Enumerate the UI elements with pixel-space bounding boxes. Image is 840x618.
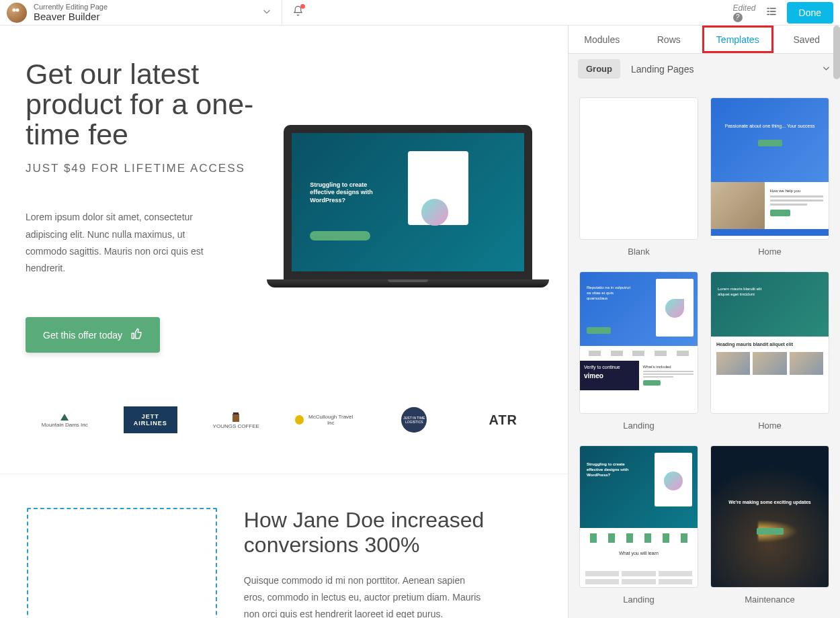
- edited-status: Edited ?: [733, 3, 756, 22]
- beaver-logo-icon: [7, 3, 27, 23]
- chevron-down-icon: [822, 63, 831, 75]
- cta-label: Get this offer today: [43, 330, 122, 341]
- panel-tabs: Modules Rows Templates Saved: [569, 26, 840, 54]
- template-thumb: Reputatio na in volputrot sa vitae et qu…: [579, 271, 698, 414]
- editor-canvas[interactable]: Get our latest product for a one-time fe…: [0, 26, 568, 618]
- thumb-text: Passionate about one thing... Your succe…: [719, 124, 821, 128]
- title-dropdown-chevron-icon[interactable]: [262, 7, 271, 19]
- logo-label: McCullough Travel Inc: [306, 414, 355, 426]
- logos-strip[interactable]: Mountain Dams Inc JETT AIRLINES YOUNGS C…: [0, 380, 568, 474]
- page-title: Beaver Builder: [34, 11, 108, 22]
- logo-label: JETT AIRLINES: [128, 413, 173, 427]
- thumb-text: Struggling to create effective designs w…: [587, 462, 634, 478]
- top-bar-left: Currently Editing Page Beaver Builder: [7, 0, 733, 26]
- group-selector[interactable]: Group Landing Pages: [569, 54, 840, 84]
- thumb-text: How we help you: [770, 189, 824, 193]
- laptop-cta: [310, 231, 370, 240]
- template-thumb: [579, 97, 698, 240]
- hero-laptop-image[interactable]: Struggling to create effective designs w…: [284, 125, 532, 288]
- svg-rect-0: [233, 414, 239, 422]
- template-thumb: Passionate about one thing... Your succe…: [710, 97, 829, 240]
- title-block[interactable]: Currently Editing Page Beaver Builder: [34, 3, 108, 23]
- template-home-1[interactable]: Passionate about one thing... Your succe…: [710, 97, 829, 257]
- thumbs-up-icon: [130, 328, 142, 342]
- case-study-heading[interactable]: How Jane Doe increased conversions 300%: [244, 508, 541, 558]
- thumb-text: Reputatio na in volputrot sa vitae et qu…: [587, 285, 634, 301]
- template-label: Landing: [579, 594, 698, 605]
- logo-label: JUST IN TIME LOGISTICS: [401, 416, 427, 424]
- hero-heading[interactable]: Get our latest product for a one-time fe…: [26, 59, 254, 150]
- top-bar: Currently Editing Page Beaver Builder Ed…: [0, 0, 840, 26]
- thumb-text: Verify to continue: [584, 365, 635, 369]
- tab-saved[interactable]: Saved: [773, 26, 841, 53]
- templates-grid: Blank Passionate about one thing... Your…: [569, 84, 840, 618]
- template-label: Maintenance: [710, 594, 829, 605]
- notifications-bell-icon[interactable]: [292, 5, 304, 19]
- thumb-text: Heading mauris blandit aliquet elit: [711, 337, 829, 352]
- content-panel: Modules Rows Templates Saved Group Landi…: [568, 26, 840, 618]
- case-study-image-dropzone[interactable]: [27, 508, 217, 618]
- divider: [282, 0, 282, 26]
- template-label: Home: [710, 421, 829, 431]
- case-study-section: How Jane Doe increased conversions 300% …: [0, 474, 568, 618]
- thumb-text: vimeo: [584, 372, 635, 380]
- scrollbar[interactable]: [833, 26, 840, 79]
- logo-just-in-time: JUST IN TIME LOGISTICS: [384, 406, 444, 433]
- template-landing-2[interactable]: Struggling to create effective designs w…: [579, 445, 698, 605]
- hero-body[interactable]: Lorem ipsum dolor sit amet, consectetur …: [26, 209, 220, 277]
- tab-modules[interactable]: Modules: [569, 26, 636, 53]
- laptop-text: Struggling to create effective designs w…: [310, 181, 384, 205]
- top-bar-right: Edited ? Done: [733, 2, 834, 24]
- case-study-body[interactable]: Quisque commodo id mi non porttitor. Aen…: [244, 572, 486, 618]
- thumb-text: Lorem mauris blandit elit aliquet eget t…: [718, 287, 771, 298]
- group-value: Landing Pages: [620, 64, 822, 75]
- template-maintenance[interactable]: We're making some exciting updates Maint…: [710, 445, 829, 605]
- template-thumb: Struggling to create effective designs w…: [579, 445, 698, 588]
- template-home-2[interactable]: Lorem mauris blandit elit aliquet eget t…: [710, 271, 829, 431]
- thumb-text: What's included: [643, 365, 694, 369]
- thumb-text: What you will learn: [580, 548, 698, 568]
- hero-section: Get our latest product for a one-time fe…: [0, 26, 568, 380]
- travel-dot-icon: [295, 415, 304, 425]
- done-button[interactable]: Done: [787, 2, 833, 24]
- logo-jett-airlines: JETT AIRLINES: [124, 406, 177, 433]
- template-label: Home: [710, 247, 829, 257]
- template-landing-1[interactable]: Reputatio na in volputrot sa vitae et qu…: [579, 271, 698, 431]
- editing-label: Currently Editing Page: [34, 3, 108, 11]
- logo-atr: ATR: [473, 406, 534, 433]
- template-thumb: Lorem mauris blandit elit aliquet eget t…: [710, 271, 829, 414]
- hero-cta-button[interactable]: Get this offer today: [26, 317, 160, 353]
- tab-rows[interactable]: Rows: [636, 26, 703, 53]
- edited-label: Edited: [733, 3, 756, 13]
- notification-dot-icon: [300, 4, 305, 9]
- template-label: Landing: [579, 421, 698, 431]
- help-icon[interactable]: ?: [733, 13, 743, 22]
- logo-label: YOUNGS COFFEE: [213, 423, 259, 429]
- logo-label: ATR: [489, 412, 517, 428]
- tab-templates[interactable]: Templates: [702, 26, 773, 53]
- thumb-text: We're making some exciting updates: [711, 500, 829, 504]
- logo-label: Mountain Dams Inc: [42, 422, 88, 428]
- template-thumb: We're making some exciting updates: [710, 445, 829, 588]
- template-label: Blank: [579, 247, 698, 257]
- logo-youngs-coffee: YOUNGS COFFEE: [206, 406, 266, 433]
- outline-panel-icon[interactable]: [765, 5, 778, 20]
- logo-mccullough-travel: McCullough Travel Inc: [295, 406, 355, 433]
- logo-mountain-dams: Mountain Dams Inc: [34, 406, 95, 433]
- svg-rect-1: [233, 412, 239, 414]
- group-label: Group: [578, 59, 620, 79]
- hero-subheading[interactable]: JUST $49 FOR LIFETIME ACCESS: [26, 162, 254, 175]
- template-blank[interactable]: Blank: [579, 97, 698, 257]
